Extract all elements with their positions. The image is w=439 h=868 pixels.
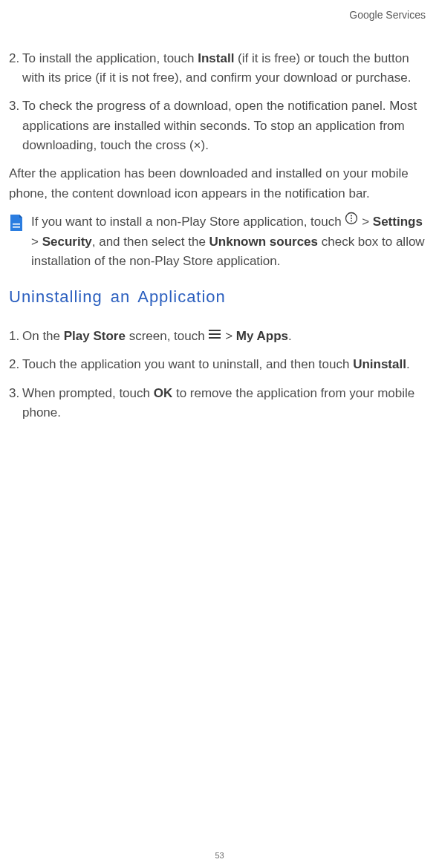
page-number: 53 [0, 849, 439, 862]
text-fragment: Touch the application you want to uninst… [22, 357, 353, 371]
paragraph: After the application has been downloade… [9, 164, 430, 203]
install-step-2: 2. To install the application, touch Ins… [9, 49, 430, 88]
text-bold: Install [198, 51, 234, 65]
svg-rect-6 [209, 330, 221, 331]
uninstall-step-1: 1. On the Play Store screen, touch > My … [9, 327, 430, 347]
uninstall-heading: Uninstalling an Application [9, 284, 430, 310]
document-note-icon [9, 214, 24, 232]
svg-point-3 [351, 215, 352, 217]
page-header-section: Google Services [9, 7, 430, 24]
note-block: If you want to install a non-Play Store … [9, 212, 430, 271]
step-body: To install the application, touch Instal… [22, 49, 430, 88]
svg-rect-8 [209, 337, 221, 339]
step-number: 1. [9, 327, 22, 347]
text-fragment: To check the progress of a download, ope… [22, 99, 417, 152]
text-fragment: > [358, 215, 372, 229]
step-body: On the Play Store screen, touch > My App… [22, 327, 430, 347]
text-bold: My Apps [236, 329, 288, 343]
step-body: To check the progress of a download, ope… [22, 97, 430, 155]
svg-rect-0 [13, 223, 20, 225]
step-number: 2. [9, 49, 22, 88]
text-fragment: To install the application, touch [22, 51, 198, 65]
text-bold: Security [42, 235, 92, 249]
svg-point-5 [351, 221, 352, 222]
uninstall-step-2: 2. Touch the application you want to uni… [9, 355, 430, 374]
text-bold: Uninstall [353, 357, 406, 371]
step-number: 2. [9, 355, 22, 374]
step-number: 3. [9, 97, 22, 155]
step-body: When prompted, touch OK to remove the ap… [22, 384, 430, 423]
text-fragment: > [31, 235, 42, 249]
svg-rect-7 [209, 333, 221, 335]
text-fragment: When prompted, touch [22, 386, 154, 400]
document-page: Google Services 2. To install the applic… [0, 0, 439, 422]
step-number: 3. [9, 384, 22, 423]
hamburger-menu-icon [208, 326, 221, 345]
text-bold: Play Store [64, 329, 126, 343]
text-bold: Unknown sources [209, 235, 318, 249]
install-step-3: 3. To check the progress of a download, … [9, 97, 430, 155]
overflow-menu-icon [345, 212, 358, 231]
step-body: Touch the application you want to uninst… [22, 355, 430, 374]
text-fragment: > [221, 329, 235, 343]
text-bold: Settings [373, 215, 423, 229]
text-fragment: . [406, 357, 410, 371]
text-fragment: . [288, 329, 292, 343]
text-bold: OK [154, 386, 173, 400]
text-fragment: screen, touch [126, 329, 209, 343]
uninstall-step-3: 3. When prompted, touch OK to remove the… [9, 384, 430, 423]
text-fragment: If you want to install a non-Play Store … [31, 215, 345, 229]
svg-rect-1 [13, 226, 20, 228]
text-fragment: , and then select the [92, 235, 209, 249]
note-body: If you want to install a non-Play Store … [31, 212, 430, 271]
svg-point-4 [351, 218, 352, 219]
text-fragment: On the [22, 329, 64, 343]
